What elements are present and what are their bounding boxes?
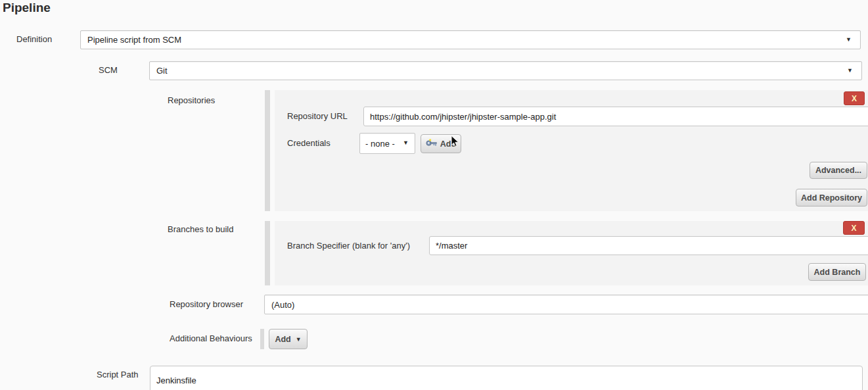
additional-behaviours-indent-bar — [260, 329, 264, 349]
script-path-input[interactable] — [150, 366, 863, 390]
repository-browser-label: Repository browser — [170, 299, 243, 309]
pipeline-config-page: Pipeline Definition Pipeline script from… — [0, 0, 868, 390]
definition-select-value: Pipeline script from SCM — [87, 35, 181, 45]
scm-select-value: Git — [156, 66, 168, 76]
page-title: Pipeline — [3, 1, 51, 15]
credentials-select[interactable]: - none - ▼ — [359, 133, 415, 154]
credentials-label: Credentials — [287, 138, 331, 148]
add-repository-button[interactable]: Add Repository — [796, 189, 867, 207]
chevron-down-icon: ▼ — [846, 37, 852, 43]
add-behaviour-button-label: Add — [275, 335, 290, 344]
credentials-select-value: - none - — [365, 139, 395, 149]
key-icon — [426, 139, 437, 149]
script-path-label: Script Path — [97, 370, 139, 379]
add-behaviour-button[interactable]: Add ▼ — [269, 329, 308, 349]
advanced-button[interactable]: Advanced... — [810, 162, 867, 179]
chevron-down-icon: ▼ — [847, 68, 853, 74]
scm-select[interactable]: Git ▼ — [149, 61, 862, 80]
chevron-down-icon: ▼ — [403, 140, 409, 146]
branches-to-build-label: Branches to build — [168, 224, 233, 234]
repositories-indent-bar — [265, 90, 270, 211]
additional-behaviours-label: Additional Behaviours — [170, 333, 252, 343]
delete-branch-button[interactable]: X — [843, 221, 865, 235]
definition-label: Definition — [16, 34, 52, 44]
repository-browser-select-value: (Auto) — [271, 300, 294, 310]
repository-url-input[interactable] — [363, 107, 868, 126]
definition-select[interactable]: Pipeline script from SCM ▼ — [80, 30, 861, 49]
branch-specifier-label: Branch Specifier (blank for 'any') — [287, 241, 410, 251]
chevron-down-icon: ▼ — [296, 336, 302, 343]
delete-repository-button[interactable]: X — [844, 91, 865, 105]
branches-indent-bar — [265, 221, 270, 285]
repository-browser-select[interactable]: (Auto) — [264, 295, 868, 314]
add-branch-button[interactable]: Add Branch — [808, 263, 866, 281]
repositories-label: Repositories — [168, 95, 215, 105]
mouse-cursor — [451, 135, 459, 147]
branch-specifier-input[interactable] — [429, 236, 868, 255]
repository-url-label: Repository URL — [287, 111, 348, 121]
scm-label: SCM — [99, 65, 118, 75]
